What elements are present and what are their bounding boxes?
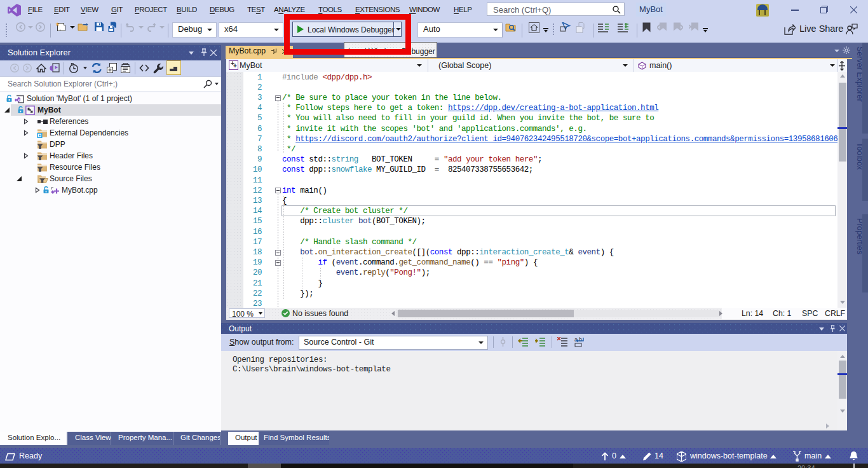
- svg-text:b: b: [579, 336, 582, 343]
- svg-text:a: a: [574, 336, 578, 343]
